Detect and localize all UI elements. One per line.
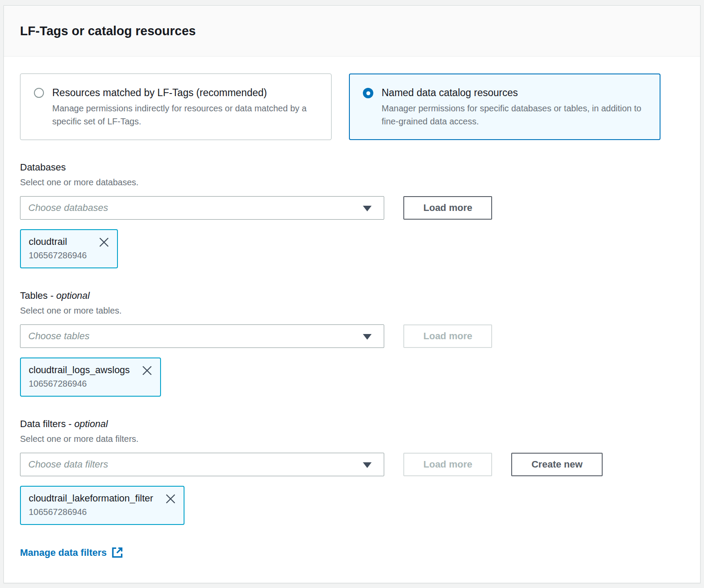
token-name: cloudtrail <box>29 235 87 248</box>
token-catalog-id: 106567286946 <box>29 249 87 261</box>
panel-body: Resources matched by LF-Tags (recommende… <box>4 57 700 583</box>
tile-named-data-catalog-resources[interactable]: Named data catalog resources Manager per… <box>349 74 660 140</box>
manage-data-filters-link[interactable]: Manage data filters <box>20 547 123 558</box>
data-filter-token-cloudtrail-lakeformation-filter: cloudtrail_lakeformation_filter 10656728… <box>20 486 184 525</box>
table-token-cloudtrail-logs-awslogs: cloudtrail_logs_awslogs 106567286946 <box>20 357 161 397</box>
section-heading-text: Data filters <box>20 418 66 429</box>
section-tables: Tables - optional Select one or more tab… <box>20 289 684 397</box>
tile-label: Resources matched by LF-Tags (recommende… <box>52 86 313 100</box>
section-controls: Load more Create new <box>20 453 684 476</box>
token-name: cloudtrail_logs_awslogs <box>29 364 130 377</box>
tables-select[interactable] <box>20 324 384 348</box>
section-heading-optional: optional <box>74 418 108 429</box>
section-heading-separator: - <box>48 290 57 301</box>
databases-load-more-button[interactable]: Load more <box>403 196 492 220</box>
token-text: cloudtrail_lakeformation_filter 10656728… <box>29 492 153 518</box>
tile-text: Resources matched by LF-Tags (recommende… <box>52 86 313 128</box>
section-heading-text: Databases <box>20 162 66 173</box>
databases-select[interactable] <box>20 196 384 220</box>
databases-select-input[interactable] <box>20 197 384 219</box>
section-description: Select one or more tables. <box>20 304 684 317</box>
section-heading: Databases <box>20 161 684 174</box>
section-heading: Data filters - optional <box>20 418 684 431</box>
lf-tags-panel: LF-Tags or catalog resources Resources m… <box>3 5 701 583</box>
token-catalog-id: 106567286946 <box>29 378 130 390</box>
section-heading-optional: optional <box>56 290 90 301</box>
section-controls: Load more <box>20 324 684 348</box>
tile-description: Manager permissions for specific databas… <box>382 102 643 128</box>
radio-unselected-icon[interactable] <box>34 88 44 98</box>
section-description: Select one or more databases. <box>20 176 684 188</box>
section-heading-separator: - <box>66 418 74 429</box>
tile-text: Named data catalog resources Manager per… <box>382 86 643 128</box>
method-tile-group: Resources matched by LF-Tags (recommende… <box>20 74 684 140</box>
create-new-data-filter-button[interactable]: Create new <box>511 453 602 476</box>
panel-title: LF-Tags or catalog resources <box>20 21 684 40</box>
section-databases: Databases Select one or more databases. … <box>20 161 684 268</box>
token-text: cloudtrail 106567286946 <box>29 235 87 261</box>
section-heading: Tables - optional <box>20 289 684 302</box>
remove-token-icon[interactable] <box>165 494 176 504</box>
panel-header: LF-Tags or catalog resources <box>4 6 700 57</box>
token-text: cloudtrail_logs_awslogs 106567286946 <box>29 364 130 390</box>
tables-load-more-button[interactable]: Load more <box>403 324 492 348</box>
data-filters-select-input[interactable] <box>20 453 384 476</box>
caret-down-icon <box>363 334 372 340</box>
data-filters-load-more-button[interactable]: Load more <box>403 453 492 476</box>
caret-down-icon <box>363 206 372 211</box>
section-controls: Load more <box>20 196 684 220</box>
section-data-filters: Data filters - optional Select one or mo… <box>20 418 684 525</box>
tile-resources-matched-by-lf-tags[interactable]: Resources matched by LF-Tags (recommende… <box>20 74 332 140</box>
tables-select-input[interactable] <box>20 325 384 347</box>
token-catalog-id: 106567286946 <box>29 506 153 518</box>
token-name: cloudtrail_lakeformation_filter <box>29 492 153 505</box>
remove-token-icon[interactable] <box>99 237 109 247</box>
caret-down-icon <box>363 462 372 468</box>
data-filters-select[interactable] <box>20 453 384 476</box>
radio-selected-icon[interactable] <box>363 88 373 98</box>
external-link-icon <box>111 547 123 558</box>
section-heading-text: Tables <box>20 290 48 301</box>
remove-token-icon[interactable] <box>142 365 152 376</box>
manage-data-filters-link-label: Manage data filters <box>20 547 107 558</box>
tile-label: Named data catalog resources <box>382 86 643 100</box>
tile-description: Manage permissions indirectly for resour… <box>52 102 313 128</box>
database-token-cloudtrail: cloudtrail 106567286946 <box>20 229 118 268</box>
section-description: Select one or more data filters. <box>20 433 684 445</box>
